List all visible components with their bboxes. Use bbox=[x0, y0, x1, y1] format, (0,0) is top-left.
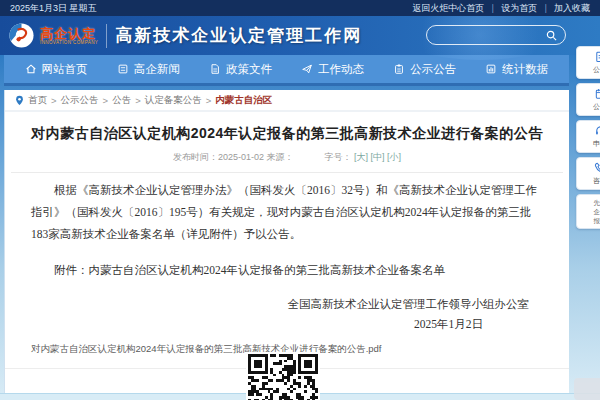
site-logo[interactable]: 高企认定 INNOVATION COMPANY bbox=[8, 22, 98, 49]
side-info-line: 报入 bbox=[594, 216, 600, 225]
side-button-label: 申报 bbox=[593, 139, 600, 149]
breadcrumb-separator: > bbox=[135, 95, 141, 106]
fontsize-label: 字号： bbox=[325, 152, 352, 162]
clipboard-icon bbox=[594, 50, 600, 63]
side-info-card[interactable]: 先进 企名 报入 bbox=[576, 194, 600, 229]
calendar-icon bbox=[594, 87, 600, 100]
publish-time-value: 2025-01-02 bbox=[218, 152, 264, 162]
side-info-line: 先进 bbox=[594, 198, 600, 207]
search-input[interactable] bbox=[436, 30, 546, 40]
link-add-favorite[interactable]: 加入收藏 bbox=[554, 2, 590, 15]
policy-icon bbox=[209, 63, 221, 75]
floating-side-panel: 公示 公告 申报 咨询 先进 企名 报入 bbox=[576, 46, 600, 229]
breadcrumb-separator: > bbox=[51, 95, 57, 106]
search-box[interactable] bbox=[426, 25, 566, 45]
breadcrumb-notices[interactable]: 公示公告 bbox=[61, 94, 99, 107]
breadcrumb-current: 内蒙古自治区 bbox=[215, 94, 272, 107]
back-to-top-button[interactable] bbox=[574, 378, 600, 400]
logo-text: 高企认定 bbox=[40, 27, 98, 40]
phone-icon bbox=[594, 161, 600, 174]
side-consult-button[interactable]: 咨询 bbox=[576, 157, 600, 190]
side-button-label: 咨询 bbox=[593, 176, 600, 186]
side-button-label: 公示 bbox=[593, 65, 600, 75]
article-paragraph: 根据《高新技术企业认定管理办法》（国科发火〔2016〕32号）和《高新技术企业认… bbox=[31, 179, 547, 245]
logo-subtext: INNOVATION COMPANY bbox=[40, 40, 98, 45]
article-sign-date: 2025年1月2日 bbox=[5, 317, 569, 332]
link-set-homepage[interactable]: 设为首页 bbox=[501, 2, 537, 15]
location-pin-icon bbox=[15, 95, 24, 106]
news-icon bbox=[117, 63, 129, 75]
link-torch-home[interactable]: 返回火炬中心首页 bbox=[412, 2, 484, 15]
nav-item-notices[interactable]: 公示公告 bbox=[393, 62, 456, 77]
search-icon[interactable] bbox=[546, 30, 557, 41]
nav-item-policy[interactable]: 政策文件 bbox=[209, 62, 272, 77]
nav-item-updates[interactable]: 工作动态 bbox=[301, 62, 364, 77]
link-separator: ｜ bbox=[541, 2, 550, 15]
link-separator: ｜ bbox=[488, 2, 497, 15]
fontsize-large-button[interactable]: [大] bbox=[354, 152, 368, 162]
site-title: 高新技术企业认定管理工作网 bbox=[115, 24, 362, 47]
breadcrumb-filing-notices[interactable]: 认定备案公告 bbox=[145, 94, 202, 107]
nav-label: 网站首页 bbox=[42, 62, 88, 77]
fontsize-small-button[interactable]: [小] bbox=[387, 152, 401, 162]
nav-label: 公示公告 bbox=[410, 62, 456, 77]
topbar: 2025年1月3日 星期五 返回火炬中心首页 ｜ 设为首页 ｜ 加入收藏 bbox=[0, 0, 600, 16]
article-title: 对内蒙古自治区认定机构2024年认定报备的第三批高新技术企业进行备案的公告 bbox=[5, 125, 569, 143]
side-notice-button[interactable]: 公示 bbox=[576, 46, 600, 79]
breadcrumb-separator: > bbox=[206, 95, 212, 106]
nav-item-statistics[interactable]: 统计数据 bbox=[485, 62, 548, 77]
side-announcement-button[interactable]: 公告 bbox=[576, 83, 600, 116]
article-attachment-line: 附件：内蒙古自治区认定机构2024年认定报备的第三批高新技术企业备案名单 bbox=[31, 259, 547, 281]
nav-label: 工作动态 bbox=[318, 62, 364, 77]
home-icon bbox=[25, 63, 37, 75]
breadcrumb-announcements[interactable]: 公告 bbox=[112, 94, 131, 107]
side-info-line: 企名 bbox=[594, 207, 600, 216]
site-logo-icon bbox=[8, 22, 35, 49]
breadcrumb-home[interactable]: 首页 bbox=[28, 94, 47, 107]
qr-code bbox=[246, 352, 320, 400]
headset-icon bbox=[594, 124, 600, 137]
nav-label: 统计数据 bbox=[502, 62, 548, 77]
site-header: 高企认定 INNOVATION COMPANY 高新技术企业认定管理工作网 bbox=[0, 16, 600, 55]
side-apply-button[interactable]: 申报 bbox=[576, 120, 600, 153]
nav-item-news[interactable]: 高企新闻 bbox=[117, 62, 180, 77]
nav-label: 高企新闻 bbox=[134, 62, 180, 77]
chart-icon bbox=[485, 63, 497, 75]
breadcrumb: 首页 > 公示公告 > 公告 > 认定备案公告 > 内蒙古自治区 bbox=[5, 90, 569, 112]
notice-icon bbox=[393, 63, 405, 75]
article-body: 根据《高新技术企业认定管理办法》（国科发火〔2016〕32号）和《高新技术企业认… bbox=[5, 173, 569, 281]
logo-divider bbox=[106, 24, 107, 48]
publish-time-label: 发布时间： bbox=[173, 152, 218, 162]
side-button-label: 公告 bbox=[593, 102, 600, 112]
source-label: 来源： bbox=[266, 152, 293, 162]
current-date: 2025年1月3日 星期五 bbox=[10, 2, 97, 15]
fontsize-medium-button[interactable]: [中] bbox=[371, 152, 385, 162]
article-signature: 全国高新技术企业认定管理工作领导小组办公室 bbox=[5, 297, 569, 312]
nav-label: 政策文件 bbox=[226, 62, 272, 77]
article-meta: 发布时间：2025-01-02 来源： 字号： [大] [中] [小] bbox=[5, 151, 569, 164]
nav-item-home[interactable]: 网站首页 bbox=[25, 62, 88, 77]
topbar-links: 返回火炬中心首页 ｜ 设为首页 ｜ 加入收藏 bbox=[412, 2, 590, 15]
send-icon bbox=[301, 63, 313, 75]
breadcrumb-separator: > bbox=[103, 95, 109, 106]
content-area: 首页 > 公示公告 > 公告 > 认定备案公告 > 内蒙古自治区 对内蒙古自治区… bbox=[4, 90, 569, 393]
